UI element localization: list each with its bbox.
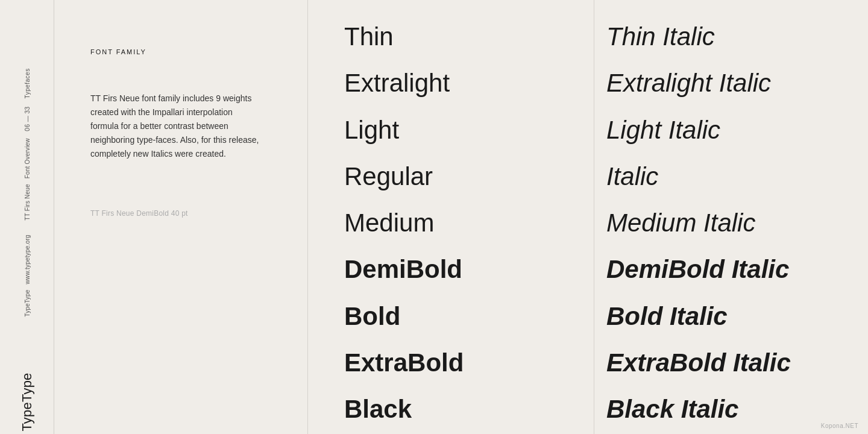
weight-bold-italic-label: Bold Italic xyxy=(606,304,728,329)
typetype-text: TypeType www.typetype.org xyxy=(23,234,32,316)
weight-thin: Thin xyxy=(344,24,582,49)
weight-extrabold-italic-label: ExtraBold Italic xyxy=(606,350,791,376)
weight-extralight: Extralight xyxy=(344,71,582,96)
weight-bold: Bold xyxy=(344,304,582,329)
weight-bold-italic: Bold Italic xyxy=(606,304,844,329)
weight-regular: Regular xyxy=(344,164,582,189)
weight-light-italic: Light Italic xyxy=(606,118,844,143)
upright-weights-column: Thin Extralight Light Regular Medium Dem… xyxy=(308,0,594,434)
weight-light-italic-label: Light Italic xyxy=(606,118,720,143)
weight-regular-italic-label: Italic xyxy=(606,164,658,189)
weight-medium-italic-label: Medium Italic xyxy=(606,210,755,236)
weight-demibold-italic-label: DemiBold Italic xyxy=(606,257,789,282)
weight-extralight-italic: Extralight Italic xyxy=(606,71,844,96)
page-ref-section: 06 — 33 Typefaces xyxy=(0,96,54,103)
weight-bold-label: Bold xyxy=(344,304,400,329)
brand-label: TypeType xyxy=(0,394,54,410)
weight-extrabold: ExtraBold xyxy=(344,350,582,376)
weight-medium: Medium xyxy=(344,210,582,236)
watermark: Kopona.NET xyxy=(821,423,858,429)
weight-medium-label: Medium xyxy=(344,210,434,236)
weight-demibold: DemiBold xyxy=(344,257,582,282)
sidebar: 06 — 33 Typefaces TT Firs Neue Font Over… xyxy=(0,0,54,434)
weight-black-italic: Black Italic xyxy=(606,397,844,422)
info-panel: FONT FAMILY TT Firs Neue font family inc… xyxy=(54,0,307,434)
weight-medium-italic: Medium Italic xyxy=(606,210,844,236)
font-overview-text: TT Firs Neue Font Overview xyxy=(23,138,32,221)
weight-extralight-italic-label: Extralight Italic xyxy=(606,71,771,96)
weight-light: Light xyxy=(344,118,582,143)
weight-black: Black xyxy=(344,397,582,422)
weight-extrabold-italic: ExtraBold Italic xyxy=(606,350,844,376)
specimen-label: TT Firs Neue DemiBold 40 pt xyxy=(90,209,283,218)
section-label: FONT FAMILY xyxy=(90,48,283,55)
weight-regular-label: Regular xyxy=(344,164,433,189)
watermark-text: Kopona.NET xyxy=(821,423,858,429)
font-overview-label: TT Firs Neue Font Overview xyxy=(0,175,54,184)
weight-thin-italic-label: Thin Italic xyxy=(606,24,715,49)
weight-black-label: Black xyxy=(344,397,412,422)
weight-regular-italic: Italic xyxy=(606,164,844,189)
weight-thin-italic: Thin Italic xyxy=(606,24,844,49)
italic-weights-column: Thin Italic Extralight Italic Light Ital… xyxy=(594,0,868,434)
weight-light-label: Light xyxy=(344,118,399,143)
typetype-info: TypeType www.typetype.org xyxy=(0,271,54,280)
weight-thin-label: Thin xyxy=(344,24,394,49)
weight-extralight-label: Extralight xyxy=(344,71,450,96)
weight-demibold-italic: DemiBold Italic xyxy=(606,257,844,282)
brand-text: TypeType xyxy=(19,373,35,431)
weight-extrabold-label: ExtraBold xyxy=(344,350,464,376)
font-description: TT Firs Neue font family includes 9 weig… xyxy=(90,92,259,161)
weight-demibold-label: DemiBold xyxy=(344,257,462,282)
weight-black-italic-label: Black Italic xyxy=(606,397,738,422)
page-ref-label: 06 — 33 Typefaces xyxy=(24,68,31,131)
